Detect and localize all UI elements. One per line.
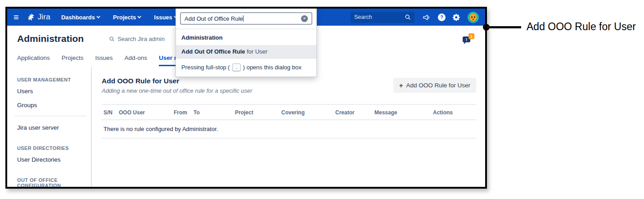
content-header-text: Add OOO Rule for User Adding a new one-t…	[102, 77, 252, 94]
search-icon	[405, 14, 411, 20]
callout-label: Add OOO Rule for User	[527, 21, 636, 33]
nav-item-label: Dashboards	[61, 14, 95, 21]
sidebar-group-user-directories: USER DIRECTORIES	[17, 145, 86, 151]
tab-issues[interactable]: Issues	[95, 54, 113, 65]
jira-app-window: ≡ Jira Dashboards Projects Issues	[7, 9, 485, 187]
dialog-input-wrapper: Add Out of Office Rule ✕	[176, 9, 316, 29]
hint-text-after: ) opens this dialog box	[243, 64, 302, 71]
jira-logo[interactable]: Jira	[27, 13, 50, 22]
hint-text-before: Pressing full-stop (	[181, 64, 230, 71]
dialog-result-rest: for User	[245, 48, 268, 55]
dialog-footer-hint: Pressing full-stop ( . ) opens this dial…	[176, 59, 316, 77]
page-body: USER MANAGEMENT Users Groups Jira user s…	[7, 67, 485, 187]
global-search-input[interactable]	[354, 14, 405, 20]
column-header-covering: Covering	[281, 109, 335, 116]
dialog-search-input[interactable]: Add Out of Office Rule ✕	[180, 12, 312, 25]
tab-add-ons[interactable]: Add-ons	[125, 54, 147, 65]
main-content: Add OOO Rule for User Adding a new one-t…	[92, 67, 485, 187]
jira-screenshot-frame: ≡ Jira Dashboards Projects Issues	[5, 7, 487, 189]
quick-search-dialog: Add Out of Office Rule ✕ Administration …	[176, 9, 317, 77]
table-empty-message: There is no rule configured by Administr…	[102, 119, 476, 139]
page: ≡ Jira Dashboards Projects Issues	[0, 0, 644, 199]
page-title: Administration	[17, 33, 84, 44]
hamburger-menu-icon[interactable]: ≡	[14, 13, 19, 22]
nav-item-label: Projects	[113, 14, 136, 21]
brand-name: Jira	[38, 13, 50, 22]
avatar-emoji-face	[470, 14, 477, 21]
help-question-glyph: ?	[438, 14, 446, 21]
jira-logo-icon	[27, 13, 35, 21]
notifications-icon[interactable]: ! 1	[462, 33, 475, 45]
nav-item-projects[interactable]: Projects	[113, 14, 141, 21]
sidebar-group-user-management: USER MANAGEMENT	[17, 77, 86, 82]
announcements-icon[interactable]	[423, 14, 431, 21]
text-caret	[243, 15, 243, 22]
column-header-to: To	[194, 109, 235, 116]
settings-gear-icon[interactable]	[453, 14, 460, 21]
column-header-from: From	[174, 109, 194, 116]
chevron-down-icon	[96, 14, 100, 18]
chevron-down-icon	[138, 14, 141, 18]
dialog-section-heading: Administration	[176, 29, 316, 45]
sidebar-item-users[interactable]: Users	[17, 88, 86, 95]
column-header-creator: Creator	[335, 109, 374, 116]
sidebar-item-jira-user-server[interactable]: Jira user server	[17, 124, 86, 131]
plus-icon: +	[399, 81, 403, 89]
notification-count-badge: 1	[468, 33, 474, 39]
callout-line	[487, 26, 521, 28]
tab-projects[interactable]: Projects	[62, 54, 84, 65]
table-header-row: S/N OOO User From To Project Covering Cr…	[102, 104, 476, 119]
dialog-input-value: Add Out of Office Rule	[185, 15, 301, 22]
tab-applications[interactable]: Applications	[17, 54, 50, 65]
sidebar: USER MANAGEMENT Users Groups Jira user s…	[7, 67, 92, 187]
help-icon[interactable]: ?	[438, 14, 446, 21]
fullstop-keycap: .	[232, 63, 241, 71]
nav-item-label: Issues	[154, 14, 172, 21]
sidebar-group-ooo-configuration: OUT OF OFFICE CONFIGURATION	[17, 177, 86, 187]
add-ooo-rule-button[interactable]: + Add OOO Rule for User	[393, 78, 476, 93]
column-header-message: Message	[374, 109, 433, 116]
column-header-project: Project	[235, 109, 281, 116]
global-search-box[interactable]	[351, 12, 414, 23]
admin-search-placeholder: Search Jira admin	[117, 36, 165, 42]
clear-input-icon[interactable]: ✕	[301, 15, 308, 22]
dialog-result-match: Add Out Of Office Rule	[181, 48, 245, 55]
add-ooo-rule-button-label: Add OOO Rule for User	[406, 82, 470, 89]
sidebar-item-user-directories[interactable]: User Directories	[17, 156, 86, 163]
ooo-rules-table: S/N OOO User From To Project Covering Cr…	[102, 104, 476, 139]
search-icon	[109, 36, 115, 42]
content-title: Add OOO Rule for User	[102, 77, 252, 85]
column-header-actions: Actions	[433, 109, 476, 116]
user-avatar[interactable]	[468, 12, 479, 23]
nav-item-dashboards[interactable]: Dashboards	[61, 14, 100, 21]
content-header: Add OOO Rule for User Adding a new one-t…	[102, 77, 476, 94]
column-header-sn: S/N	[104, 109, 119, 116]
column-header-ooo-user: OOO User	[119, 109, 174, 116]
content-subtitle: Adding a new one-time out of office rule…	[102, 87, 252, 94]
nav-item-issues[interactable]: Issues	[154, 14, 177, 21]
dialog-result-add-ooo-rule[interactable]: Add Out Of Office Rule for User	[176, 45, 316, 58]
sidebar-item-groups[interactable]: Groups	[17, 102, 86, 109]
admin-search-field[interactable]: Search Jira admin	[109, 36, 165, 42]
sidebar-divider	[14, 116, 86, 116]
